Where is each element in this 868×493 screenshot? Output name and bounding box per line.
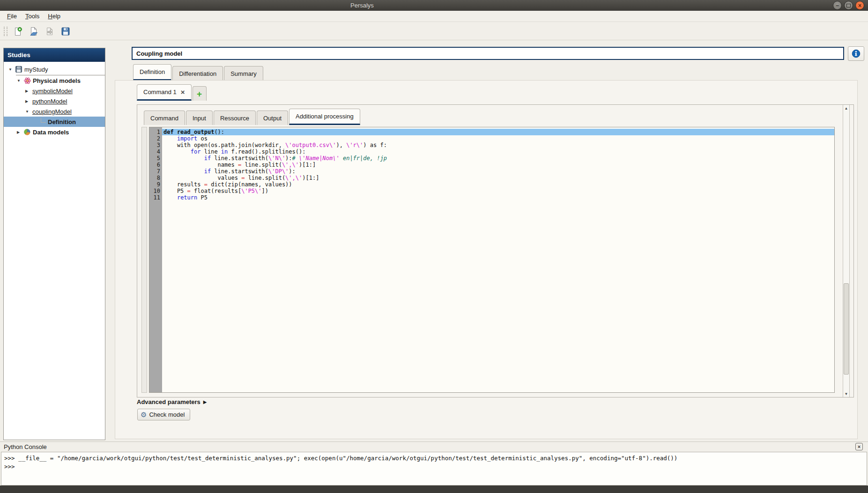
expander-right-icon[interactable]: ▶ — [25, 89, 32, 93]
code-line[interactable]: with open(os.path.join(workdir, \'output… — [162, 142, 834, 148]
close-icon: × — [858, 3, 861, 8]
tab-definition[interactable]: Definition — [133, 64, 171, 81]
code-line[interactable]: if line.startswith(\'DP\'): — [162, 168, 834, 175]
add-command-tab-button[interactable]: + — [193, 86, 207, 101]
line-number: 9 — [149, 181, 162, 188]
tab-command[interactable]: Command — [144, 110, 185, 125]
section-tabs: CommandInputRessourceOutputAdditional pr… — [144, 109, 361, 125]
menu-file[interactable]: File — [3, 11, 21, 21]
expander-down-icon[interactable]: ▼ — [25, 110, 32, 114]
console-close-icon: × — [858, 444, 861, 449]
close-tab-icon[interactable]: × — [181, 88, 185, 96]
tab-label: Additional processing — [296, 113, 354, 120]
tab-label: Input — [193, 115, 206, 122]
expander-down-icon[interactable]: ▼ — [8, 67, 15, 72]
model-tabs: DefinitionDifferentiationSummary — [133, 64, 264, 81]
import-document-icon — [45, 27, 54, 36]
scrollbar-thumb[interactable] — [844, 283, 849, 375]
tree-item-mystudy[interactable]: ▼myStudy — [4, 63, 105, 75]
code-line[interactable]: for line in f.read().splitlines(): — [162, 148, 834, 155]
tab-label: Command — [150, 115, 178, 122]
window-bottom-edge — [0, 486, 868, 493]
collapsed-arrow-icon: ▶ — [203, 399, 207, 405]
vertical-scrollbar[interactable]: ▲ ▼ — [843, 105, 850, 397]
line-number: 11 — [149, 194, 162, 201]
studies-tree: ▼myStudy▼Physical models▶symbolicModel▶p… — [4, 62, 105, 137]
python-console-title: Python Console — [4, 443, 47, 450]
tree-item-symbolicmodel[interactable]: ▶symbolicModel — [4, 86, 105, 96]
tab-label: Output — [263, 115, 282, 122]
code-line[interactable]: return P5 — [162, 194, 834, 201]
line-number: 3 — [149, 142, 162, 148]
toolbar — [0, 22, 868, 40]
info-button[interactable] — [848, 46, 864, 61]
tab-differentiation[interactable]: Differentiation — [172, 66, 223, 81]
check-model-label: Check model — [149, 411, 185, 418]
menu-tools[interactable]: Tools — [21, 11, 44, 21]
menu-help[interactable]: Help — [44, 11, 65, 21]
code-line[interactable]: if line.startswith(\'N\'):# \'Name|Nom\'… — [162, 155, 834, 162]
minimize-button[interactable]: − — [833, 1, 842, 10]
tree-item-definition[interactable]: Definition — [4, 117, 105, 127]
info-icon — [852, 49, 861, 58]
window-title: Persalys — [350, 2, 374, 9]
tree-item-physical-models[interactable]: ▼Physical models — [4, 75, 105, 86]
toolbar-buttons — [11, 25, 75, 37]
tree-item-data-models[interactable]: ▶Data models — [4, 127, 105, 137]
toolbar-drag-handle[interactable] — [4, 27, 7, 36]
open-study-button[interactable] — [27, 25, 40, 37]
new-document-icon — [13, 27, 22, 36]
tab-ressource[interactable]: Ressource — [214, 110, 256, 125]
code-editor[interactable]: 1234567891011 def read_output(): import … — [149, 127, 835, 393]
console-line: >>> — [4, 463, 864, 471]
model-name-field[interactable] — [132, 47, 844, 60]
tab-additional-processing[interactable]: Additional processing — [289, 109, 360, 125]
tab-summary[interactable]: Summary — [224, 66, 263, 81]
tree-item-couplingmodel[interactable]: ▼couplingModel — [4, 106, 105, 117]
plus-icon: + — [197, 89, 202, 98]
code-line[interactable]: names = line.split(\',\')[1:] — [162, 162, 834, 168]
open-document-icon — [29, 27, 38, 36]
editor-gutter: 1234567891011 — [149, 127, 162, 392]
window-controls: − × — [833, 1, 864, 10]
console-close-button[interactable]: × — [855, 443, 863, 450]
advanced-parameters-toggle[interactable]: Advanced parameters ▶ — [137, 398, 207, 405]
tree-item-label: symbolicModel — [32, 88, 73, 95]
editor-code[interactable]: def read_output(): import os with open(o… — [162, 127, 834, 392]
tab-input[interactable]: Input — [186, 110, 213, 125]
tree-item-label: Data models — [33, 129, 69, 136]
import-script-button[interactable] — [43, 25, 56, 37]
tree-item-label: Definition — [48, 118, 76, 125]
definition-tab-content: Command 1×+ CommandInputRessourceOutputA… — [115, 80, 858, 439]
tree-item-pythonmodel[interactable]: ▶pythonModel — [4, 96, 105, 106]
code-line[interactable]: values = line.split(\',\')[1:] — [162, 175, 834, 181]
save-icon — [61, 27, 70, 36]
pie-icon — [24, 129, 33, 135]
python-console-output[interactable]: >>> __file__ = "/home/garcia/work/otgui/… — [1, 452, 867, 486]
code-line[interactable]: import os — [162, 135, 834, 142]
new-study-button[interactable] — [11, 25, 24, 37]
tab-label: Summary — [230, 70, 257, 77]
expander-right-icon[interactable]: ▶ — [25, 99, 32, 103]
persalys-window: { "window": { "title": "Persalys", "cont… — [0, 0, 868, 493]
expander-down-icon[interactable]: ▼ — [17, 79, 24, 83]
code-line[interactable]: P5 = float(results[\'P5\']) — [162, 188, 834, 194]
check-model-button[interactable]: ⚙ Check model — [137, 409, 190, 420]
tab-label: Differentiation — [179, 70, 216, 77]
tab-label: Definition — [140, 68, 165, 75]
save-study-button[interactable] — [59, 25, 72, 37]
tree-item-label: Physical models — [33, 77, 81, 84]
tab-command-1[interactable]: Command 1× — [137, 84, 192, 101]
scroll-down-icon[interactable]: ▼ — [843, 390, 849, 397]
code-line[interactable]: results = dict(zip(names, values)) — [162, 181, 834, 188]
tab-output[interactable]: Output — [257, 110, 288, 125]
close-button[interactable]: × — [855, 1, 864, 10]
maximize-button[interactable] — [844, 1, 853, 10]
console-line: >>> __file__ = "/home/garcia/work/otgui/… — [4, 454, 864, 463]
tree-item-label: couplingModel — [32, 108, 72, 115]
menubar: FileToolsHelp — [0, 11, 868, 22]
code-line[interactable]: def read_output(): — [162, 129, 834, 135]
expander-right-icon[interactable]: ▶ — [17, 130, 24, 134]
line-number: 5 — [149, 155, 162, 162]
scroll-up-icon[interactable]: ▲ — [843, 105, 849, 111]
